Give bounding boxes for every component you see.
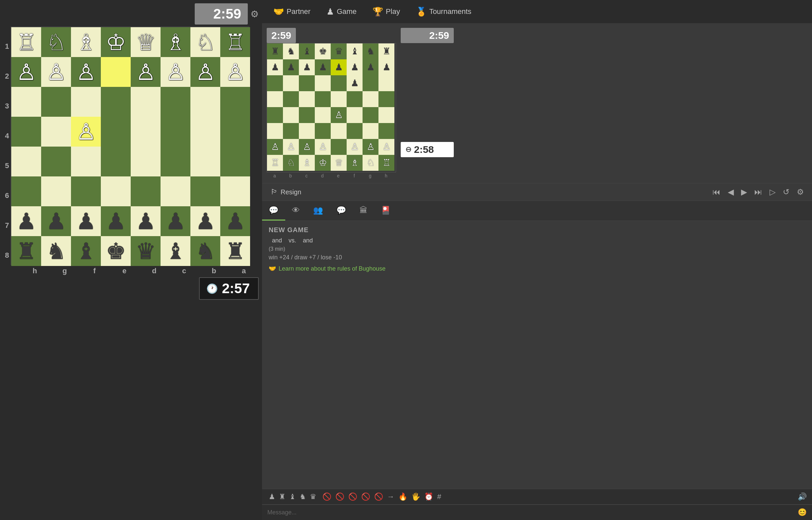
nav-game[interactable]: ♟ Game	[318, 0, 365, 23]
pawn-btn[interactable]: ♟	[267, 492, 277, 502]
mini-board[interactable]: ♜ ♞ ♝ ♚ ♛ ♝ ♞ ♜ ♟ ♟ ♟ ♟ ♟ ♟ ♟ ♟	[267, 43, 396, 173]
settings-icon[interactable]: ⚙	[251, 9, 259, 20]
cell-c4-highlight[interactable]: ♙	[71, 117, 101, 147]
cell-h6[interactable]	[220, 176, 250, 206]
cancel-icon-3[interactable]: 🚫	[347, 492, 359, 502]
message-input[interactable]	[267, 509, 798, 516]
cancel-icon-5[interactable]: 🚫	[373, 492, 385, 502]
cell-a4[interactable]	[11, 117, 41, 147]
queen-btn[interactable]: ♛	[309, 492, 318, 502]
hash-icon[interactable]: #	[436, 492, 443, 502]
last-move-button[interactable]: ⏭	[752, 186, 765, 198]
cell-f3[interactable]	[160, 87, 190, 117]
cell-d4[interactable]	[101, 117, 131, 147]
cancel-icon-4[interactable]: 🚫	[360, 492, 371, 502]
timer-icon[interactable]: ⏰	[423, 492, 435, 502]
play-button[interactable]: ▷	[767, 186, 778, 198]
cell-g3[interactable]	[190, 87, 220, 117]
cell-c1[interactable]: ♗	[71, 27, 101, 57]
settings-button[interactable]: ⚙	[794, 186, 807, 198]
cell-b6[interactable]	[41, 176, 71, 206]
cell-e7[interactable]: ♟	[131, 206, 160, 236]
fire-icon[interactable]: 🔥	[397, 492, 409, 502]
cell-f4[interactable]	[160, 117, 190, 147]
cell-b5[interactable]	[41, 147, 71, 176]
tab-spectators[interactable]: 👁	[285, 201, 307, 220]
volume-button[interactable]: 🔊	[798, 492, 807, 501]
cell-g1[interactable]: ♘	[190, 27, 220, 57]
cell-b8[interactable]: ♞	[41, 236, 71, 266]
cell-e6[interactable]	[131, 176, 160, 206]
cell-c5[interactable]	[71, 147, 101, 176]
cell-f8[interactable]: ♝	[160, 236, 190, 266]
tab-players[interactable]: 👥	[307, 201, 330, 220]
flip-board-button[interactable]: ↺	[780, 186, 792, 198]
knight-btn[interactable]: ♞	[298, 492, 308, 502]
cell-e3[interactable]	[131, 87, 160, 117]
cell-f5[interactable]	[160, 147, 190, 176]
cell-e2[interactable]: ♙	[131, 57, 160, 87]
cell-g5[interactable]	[190, 147, 220, 176]
cell-a1[interactable]: ♖	[11, 27, 41, 57]
tab-analyze[interactable]: 💬	[330, 201, 353, 220]
cell-e8[interactable]: ♛	[131, 236, 160, 266]
cell-a7[interactable]: ♟	[11, 206, 41, 236]
cell-a3[interactable]	[11, 87, 41, 117]
arrow-icon[interactable]: →	[386, 492, 396, 502]
cell-c6[interactable]	[71, 176, 101, 206]
cell-h7[interactable]: ♟	[220, 206, 250, 236]
cell-d6[interactable]	[101, 176, 131, 206]
cell-a8[interactable]: ♜	[11, 236, 41, 266]
prev-move-button[interactable]: ◀	[725, 186, 736, 198]
nav-play[interactable]: 🏆 Play	[365, 0, 408, 23]
cell-a2[interactable]: ♙	[11, 57, 41, 87]
cell-b7[interactable]: ♟	[41, 206, 71, 236]
cell-c2[interactable]: ♙	[71, 57, 101, 87]
cell-d3[interactable]	[101, 87, 131, 117]
cell-e5[interactable]	[131, 147, 160, 176]
cell-f2[interactable]: ♙	[160, 57, 190, 87]
learn-bughouse-link[interactable]: 🤝 Learn more about the rules of Bughouse	[269, 265, 805, 272]
cell-b1[interactable]: ♘	[41, 27, 71, 57]
resign-button[interactable]: 🏳 Resign	[267, 186, 305, 198]
cancel-icon-2[interactable]: 🚫	[334, 492, 346, 502]
cell-d2-highlight[interactable]	[101, 57, 131, 87]
cell-a5[interactable]	[11, 147, 41, 176]
cell-g8[interactable]: ♞	[190, 236, 220, 266]
rook-btn[interactable]: ♜	[278, 492, 287, 502]
cell-g4[interactable]	[190, 117, 220, 147]
cell-d8[interactable]: ♚	[101, 236, 131, 266]
cell-c3[interactable]	[71, 87, 101, 117]
tab-score[interactable]: 🏛	[353, 201, 374, 220]
cancel-icon-1[interactable]: 🚫	[321, 492, 333, 502]
hand-icon[interactable]: 🖐	[410, 492, 422, 502]
cell-e1[interactable]: ♕	[131, 27, 160, 57]
cell-f6[interactable]	[160, 176, 190, 206]
cell-d1[interactable]: ♔	[101, 27, 131, 57]
cell-h3[interactable]	[220, 87, 250, 117]
nav-tournaments[interactable]: 🏅 Tournaments	[408, 0, 479, 23]
cell-g6[interactable]	[190, 176, 220, 206]
first-move-button[interactable]: ⏮	[710, 186, 723, 198]
next-move-button[interactable]: ▶	[738, 186, 750, 198]
cell-g2[interactable]: ♙	[190, 57, 220, 87]
cell-a6[interactable]	[11, 176, 41, 206]
cell-h8[interactable]: ♜	[220, 236, 250, 266]
cell-d5[interactable]	[101, 147, 131, 176]
tab-chat[interactable]: 💬	[262, 201, 285, 220]
cell-f7[interactable]: ♟	[160, 206, 190, 236]
nav-partner[interactable]: 🤝 Partner	[265, 0, 318, 23]
cell-g7[interactable]: ♟	[190, 206, 220, 236]
cell-b3[interactable]	[41, 87, 71, 117]
cell-f1[interactable]: ♗	[160, 27, 190, 57]
cell-b2[interactable]: ♙	[41, 57, 71, 87]
bishop-btn[interactable]: ♝	[288, 492, 297, 502]
cell-h5[interactable]	[220, 147, 250, 176]
cell-d7[interactable]: ♟	[101, 206, 131, 236]
cell-h1[interactable]: ♖	[220, 27, 250, 57]
cell-c7[interactable]: ♟	[71, 206, 101, 236]
cell-b4[interactable]	[41, 117, 71, 147]
cell-h4[interactable]	[220, 117, 250, 147]
cell-h2[interactable]: ♙	[220, 57, 250, 87]
emoji-button[interactable]: 😊	[798, 508, 807, 517]
